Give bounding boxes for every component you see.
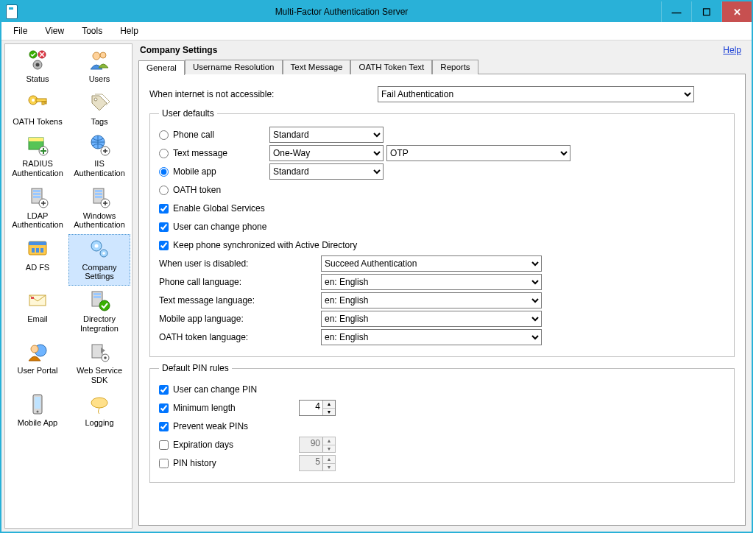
svg-rect-20 [33,196,40,198]
tab-text-message[interactable]: Text Message [283,60,351,74]
help-link[interactable]: Help [723,45,741,55]
chk-expiration[interactable] [159,440,169,450]
sidebar-item-logging[interactable]: Logging [68,389,130,432]
radio-phone-call-wrap[interactable]: Phone call [159,130,269,140]
svg-rect-19 [33,193,40,195]
sidebar-item-label: Logging [85,418,113,428]
chk-pin-history-wrap[interactable]: PIN history [159,458,299,468]
radio-phone-call[interactable] [159,130,169,140]
radio-oath-token[interactable] [159,186,169,195]
chk-change-phone-label: User can change phone [173,222,266,232]
sidebar-item-label: Directory Integration [70,314,129,333]
chk-change-phone[interactable] [159,222,169,232]
cloud-icon [88,392,111,416]
envelope-icon [26,289,49,312]
menu-view[interactable]: View [38,24,71,38]
radio-text-message-label: Text message [173,148,227,158]
chk-change-pin-wrap[interactable]: User can change PIN [159,384,257,395]
chk-prevent-weak-label: Prevent weak PINs [173,421,248,431]
iis-icon [88,133,111,157]
chk-expiration-wrap[interactable]: Expiration days [159,440,299,450]
sidebar-item-web-service-sdk[interactable]: Web Service SDK [68,337,130,389]
chk-sync-ad-wrap[interactable]: Keep phone synchronized with Active Dire… [159,240,357,250]
menu-tools[interactable]: Tools [74,24,110,38]
radio-mobile-app[interactable] [159,167,169,177]
chk-prevent-weak[interactable] [159,422,169,431]
sidebar-item-label: IIS Authentication [70,159,129,177]
chk-sync-ad[interactable] [159,241,169,250]
svg-rect-10 [45,102,46,104]
tabstrip: General Username Resolution Text Message… [138,60,746,74]
sidebar-item-label: Email [27,314,48,324]
chk-change-phone-wrap[interactable]: User can change phone [159,222,266,232]
text-lang-select[interactable]: en: English [321,292,542,308]
minimize-button[interactable]: — [661,1,691,22]
phone-lang-select[interactable]: en: English [321,274,542,290]
chevron-down-icon: ▼ [323,464,335,471]
sidebar-item-label: Company Settings [70,263,129,281]
sidebar-item-mobile-app[interactable]: Mobile App [7,389,68,432]
sidebar-item-label: LDAP Authentication [8,211,67,230]
radio-mobile-app-wrap[interactable]: Mobile app [159,166,269,177]
svg-rect-31 [40,248,43,253]
text-message-mode-select[interactable]: One-Way [269,145,384,161]
sidebar-item-user-portal[interactable]: User Portal [7,337,68,389]
tab-oath-token-text[interactable]: OATH Token Text [350,60,432,74]
phone-call-mode-select[interactable]: Standard [269,127,384,143]
text-message-otp-select[interactable]: OTP [386,145,570,161]
svg-point-11 [94,98,97,101]
chk-global-services[interactable] [159,204,169,214]
mobile-app-mode-select[interactable]: Standard [269,163,384,180]
svg-rect-24 [95,193,102,195]
chk-global-services-wrap[interactable]: Enable Global Services [159,203,265,214]
menu-file[interactable]: File [6,24,35,38]
sidebar-item-iis-auth[interactable]: IIS Authentication [68,130,130,182]
chk-min-length-wrap[interactable]: Minimum length [159,403,299,413]
chk-prevent-weak-wrap[interactable]: Prevent weak PINs [159,421,248,431]
sidebar-item-email[interactable]: Email [7,286,68,337]
tab-username-resolution[interactable]: Username Resolution [185,60,283,74]
min-length-spin[interactable]: 4 ▲▼ [299,400,336,416]
directory-icon [88,289,111,312]
oath-lang-select[interactable]: en: English [321,329,542,345]
chevron-down-icon[interactable]: ▼ [323,409,335,416]
sidebar-item-company-settings[interactable]: Company Settings [68,234,130,286]
sdk-icon [88,340,111,364]
tab-general[interactable]: General [138,60,185,75]
sidebar-item-users[interactable]: Users [68,46,130,88]
mobile-lang-select[interactable]: en: English [321,311,542,327]
mobile-icon [26,392,49,416]
sidebar-item-radius-auth[interactable]: RADIUS Authentication [7,130,68,182]
close-button[interactable]: ✕ [721,1,752,22]
sidebar-item-directory-integration[interactable]: Directory Integration [68,286,130,337]
chevron-up-icon[interactable]: ▲ [323,401,335,409]
maximize-button[interactable]: ☐ [691,1,721,22]
sidebar-item-oath-tokens[interactable]: OATH Tokens [7,88,68,131]
menu-help[interactable]: Help [113,24,146,38]
spin-buttons[interactable]: ▲▼ [322,401,335,415]
user-defaults-group: User defaults Phone call Standard Text m… [149,108,735,357]
user-disabled-select[interactable]: Succeed Authentication [321,255,542,272]
chk-expiration-label: Expiration days [173,440,233,450]
chk-min-length[interactable] [159,403,169,413]
sidebar-item-status[interactable]: Status [7,46,68,88]
sidebar-item-ldap-auth[interactable]: LDAP Authentication [7,183,68,234]
svg-rect-40 [93,296,101,298]
sidebar-item-windows-auth[interactable]: Windows Authentication [68,183,130,234]
tab-reports[interactable]: Reports [432,60,478,74]
sidebar: Status Users [4,43,133,529]
internet-select[interactable]: Fail Authentication [378,86,694,102]
sidebar-item-adfs[interactable]: AD FS [7,234,68,286]
svg-rect-44 [92,345,102,358]
radio-oath-token-wrap[interactable]: OATH token [159,185,269,195]
radio-text-message[interactable] [159,149,169,158]
main-panel: Company Settings Help General Username R… [135,43,749,529]
radio-text-message-wrap[interactable]: Text message [159,148,269,158]
chk-pin-history[interactable] [159,459,169,468]
min-length-value: 4 [300,401,322,415]
chk-change-pin[interactable] [159,385,169,395]
svg-rect-30 [36,248,39,253]
titlebar: Multi-Factor Authentication Server — ☐ ✕ [1,1,752,22]
menubar: File View Tools Help [1,22,752,40]
sidebar-item-tags[interactable]: Tags [68,88,130,131]
